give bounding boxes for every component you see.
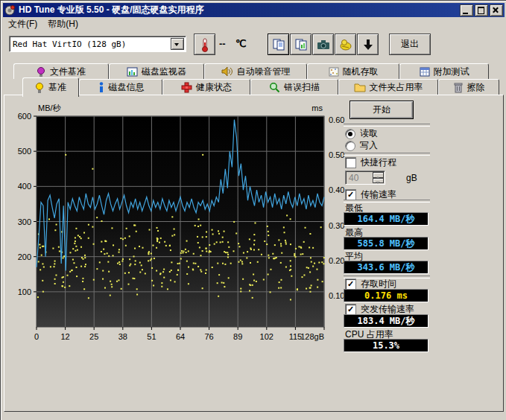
tab-extra-tests[interactable]: 附加测试 xyxy=(399,63,489,79)
tab-label: 文件基准 xyxy=(50,66,86,78)
drive-select-value: Red Hat VirtIO (128 gB) xyxy=(13,39,126,49)
app-icon xyxy=(4,4,16,16)
spinner-buttons[interactable] xyxy=(373,172,384,183)
donate-hand-icon xyxy=(338,38,353,51)
tab-error-scan[interactable]: 错误扫描 xyxy=(250,79,338,95)
disk-monitor-icon xyxy=(127,67,138,77)
exit-button-label: 退出 xyxy=(401,38,419,51)
screenshot-button[interactable] xyxy=(312,34,334,55)
tab-health[interactable]: 健康状态 xyxy=(162,79,250,95)
write-radio[interactable]: 写入 xyxy=(345,139,378,152)
benchmark-bulb-icon xyxy=(35,82,45,94)
trash-icon xyxy=(453,82,464,93)
donate-button[interactable] xyxy=(335,34,356,55)
tab-aam[interactable]: 自动噪音管理 xyxy=(204,63,307,79)
radio-icon xyxy=(345,129,355,139)
copy-image-icon xyxy=(294,38,308,51)
tab-label: 基准 xyxy=(48,81,66,94)
extra-tests-icon xyxy=(420,67,430,77)
checkbox-icon: ✓ xyxy=(345,189,356,200)
tab-row-primary: 基准 磁盘信息 健康状态 错误扫描 文件夹占用率 擦除 xyxy=(3,79,505,95)
minimize-button[interactable] xyxy=(460,4,473,16)
benchmark-chart: 6000.605000.504000.403000.302000.201000.… xyxy=(1,98,354,357)
speaker-icon xyxy=(221,66,233,77)
max-value-display: 585.8 MB/秒 xyxy=(344,237,428,250)
tab-label: 随机存取 xyxy=(343,66,379,78)
short-stroke-unit: gB xyxy=(406,173,417,183)
svg-text:600: 600 xyxy=(18,112,31,121)
radio-icon xyxy=(345,141,355,151)
short-stroke-checkbox[interactable]: 快捷行程 xyxy=(345,156,396,169)
menu-bar: 文件(F) 帮助(H) xyxy=(3,17,505,31)
tab-label: 擦除 xyxy=(467,81,485,94)
svg-text:500: 500 xyxy=(18,147,31,156)
copy-icon xyxy=(272,38,285,51)
svg-text:64: 64 xyxy=(176,332,185,341)
tab-disk-monitor[interactable]: 磁盘监视器 xyxy=(109,63,204,79)
read-radio[interactable]: 读取 xyxy=(345,127,378,140)
spin-down-icon[interactable] xyxy=(373,178,384,184)
svg-text:12: 12 xyxy=(60,332,69,341)
tab-file-benchmark[interactable]: 文件基准 xyxy=(13,63,109,79)
temperature-button[interactable] xyxy=(194,34,215,55)
maximize-icon xyxy=(478,7,484,14)
tab-label: 文件夹占用率 xyxy=(370,81,423,94)
short-stroke-size-input[interactable]: 40 xyxy=(345,171,385,185)
app-window: HD Tune 专业版 5.50 - 硬盘/固态硬盘实用程序 文件(F) 帮助(… xyxy=(0,0,506,420)
tab-label: 磁盘监视器 xyxy=(142,66,186,78)
tab-disk-info[interactable]: 磁盘信息 xyxy=(79,79,162,95)
minimize-icon xyxy=(463,13,468,14)
tab-folder-usage[interactable]: 文件夹占用率 xyxy=(338,79,438,95)
toolbar: Red Hat VirtIO (128 gB) -- ℃ xyxy=(3,31,505,58)
svg-text:400: 400 xyxy=(18,182,31,191)
tab-benchmark[interactable]: 基准 xyxy=(22,77,79,97)
start-button[interactable]: 开始 xyxy=(350,101,414,119)
close-button[interactable] xyxy=(490,4,503,16)
tab-random-access[interactable]: 随机存取 xyxy=(307,63,399,79)
write-radio-label: 写入 xyxy=(360,139,378,152)
random-access-icon xyxy=(329,67,339,77)
checkbox-icon: ✓ xyxy=(345,279,356,290)
read-radio-label: 读取 xyxy=(360,127,378,140)
maximize-button[interactable] xyxy=(475,4,488,16)
burst-rate-display: 183.4 MB/秒 xyxy=(344,314,428,328)
cpu-usage-display: 15.3% xyxy=(344,339,428,352)
short-stroke-size-value: 40 xyxy=(349,173,358,183)
svg-text:76: 76 xyxy=(204,332,213,341)
separator xyxy=(344,124,430,127)
thermometer-icon xyxy=(198,37,212,52)
tab-label: 磁盘信息 xyxy=(109,81,145,94)
title-bar: HD Tune 专业版 5.50 - 硬盘/固态硬盘实用程序 xyxy=(3,3,505,17)
temperature-unit: ℃ xyxy=(235,38,247,49)
file-benchmark-icon xyxy=(37,66,46,77)
copy-image-button[interactable] xyxy=(290,34,311,55)
svg-text:300: 300 xyxy=(18,217,31,226)
tab-row-secondary: 文件基准 磁盘监视器 自动噪音管理 随机存取 附加测试 xyxy=(3,63,505,79)
folder-icon xyxy=(354,83,366,92)
chevron-down-icon[interactable] xyxy=(171,38,184,50)
svg-text:MB/秒: MB/秒 xyxy=(38,104,62,112)
save-button[interactable] xyxy=(357,34,379,55)
svg-text:128gB: 128gB xyxy=(300,332,324,341)
tab-label: 健康状态 xyxy=(196,81,232,94)
tab-label: 自动噪音管理 xyxy=(237,66,291,78)
tab-erase[interactable]: 擦除 xyxy=(438,79,499,95)
screenshot-camera-icon xyxy=(316,38,331,51)
min-value-display: 164.4 MB/秒 xyxy=(344,212,428,226)
avg-value-display: 343.6 MB/秒 xyxy=(344,261,428,274)
tab-label: 错误扫描 xyxy=(284,81,320,94)
svg-text:38: 38 xyxy=(118,332,127,341)
svg-text:51: 51 xyxy=(147,332,156,341)
drive-select[interactable]: Red Hat VirtIO (128 gB) xyxy=(9,36,186,52)
short-stroke-label: 快捷行程 xyxy=(361,156,396,169)
checkbox-icon: ✓ xyxy=(345,304,356,315)
temperature-value: -- xyxy=(219,38,226,49)
menu-help[interactable]: 帮助(H) xyxy=(42,16,83,32)
spin-up-icon[interactable] xyxy=(373,172,384,178)
info-icon xyxy=(98,82,105,93)
close-icon xyxy=(493,7,499,13)
exit-button[interactable]: 退出 xyxy=(389,34,431,55)
menu-file[interactable]: 文件(F) xyxy=(3,16,42,32)
copy-text-button[interactable] xyxy=(268,34,289,55)
svg-text:ms: ms xyxy=(311,104,323,112)
